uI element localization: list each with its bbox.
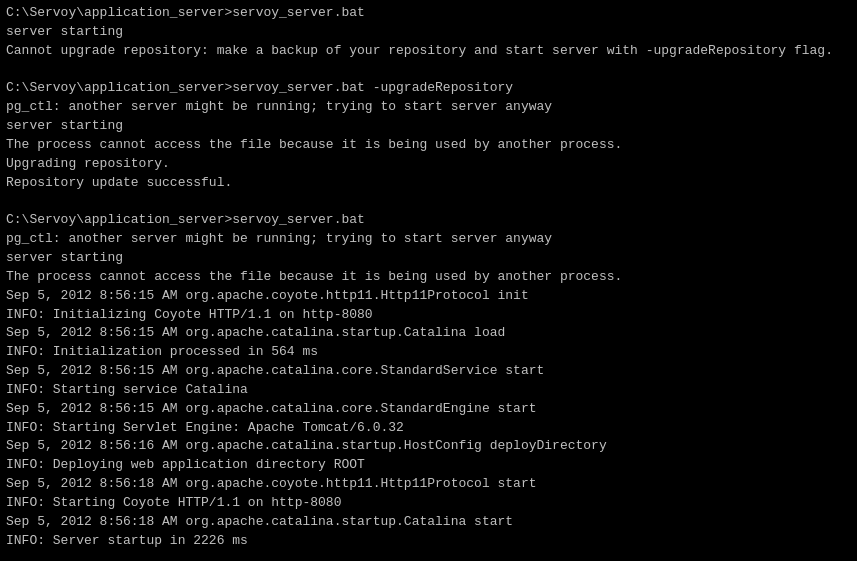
terminal-line: INFO: Server startup in 2226 ms — [6, 532, 851, 551]
terminal-line: pg_ctl: another server might be running;… — [6, 230, 851, 249]
terminal-line: Cannot upgrade repository: make a backup… — [6, 42, 851, 61]
terminal-line: INFO: Starting service Catalina — [6, 381, 851, 400]
terminal-line: Repository update successful. — [6, 174, 851, 193]
terminal-line: Sep 5, 2012 8:56:18 AM org.apache.coyote… — [6, 475, 851, 494]
terminal-line: Sep 5, 2012 8:56:15 AM org.apache.catali… — [6, 324, 851, 343]
terminal-line: The process cannot access the file becau… — [6, 136, 851, 155]
terminal-line: INFO: Starting Servlet Engine: Apache To… — [6, 419, 851, 438]
terminal-line — [6, 61, 851, 80]
terminal-line — [6, 550, 851, 561]
terminal-line: INFO: Initializing Coyote HTTP/1.1 on ht… — [6, 306, 851, 325]
terminal-line: INFO: Starting Coyote HTTP/1.1 on http-8… — [6, 494, 851, 513]
terminal-line: Sep 5, 2012 8:56:16 AM org.apache.catali… — [6, 437, 851, 456]
terminal-line: The process cannot access the file becau… — [6, 268, 851, 287]
terminal-line: C:\Servoy\application_server>servoy_serv… — [6, 4, 851, 23]
terminal-line: Sep 5, 2012 8:56:15 AM org.apache.coyote… — [6, 287, 851, 306]
terminal-line: INFO: Initialization processed in 564 ms — [6, 343, 851, 362]
terminal-window: C:\Servoy\application_server>servoy_serv… — [0, 0, 857, 561]
terminal-line: pg_ctl: another server might be running;… — [6, 98, 851, 117]
terminal-line: INFO: Deploying web application director… — [6, 456, 851, 475]
terminal-line: C:\Servoy\application_server>servoy_serv… — [6, 79, 851, 98]
terminal-line: server starting — [6, 117, 851, 136]
terminal-line: Sep 5, 2012 8:56:18 AM org.apache.catali… — [6, 513, 851, 532]
terminal-line: C:\Servoy\application_server>servoy_serv… — [6, 211, 851, 230]
terminal-line: Upgrading repository. — [6, 155, 851, 174]
terminal-line — [6, 192, 851, 211]
terminal-line: server starting — [6, 249, 851, 268]
terminal-line: Sep 5, 2012 8:56:15 AM org.apache.catali… — [6, 400, 851, 419]
terminal-line: server starting — [6, 23, 851, 42]
terminal-line: Sep 5, 2012 8:56:15 AM org.apache.catali… — [6, 362, 851, 381]
